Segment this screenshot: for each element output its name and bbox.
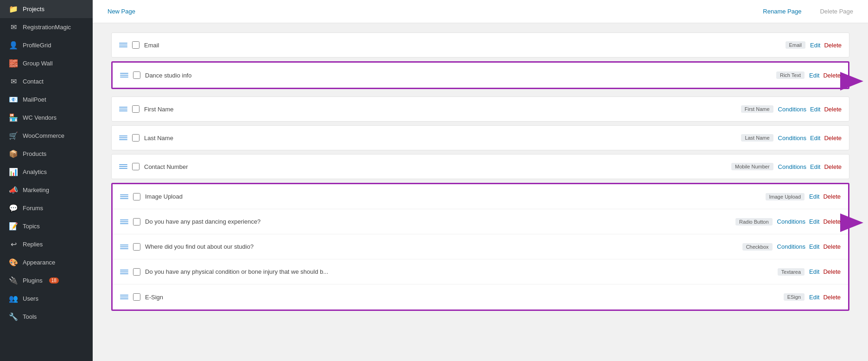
sidebar-item-tools[interactable]: 🔧 Tools (0, 308, 93, 326)
contact-icon: ✉ (9, 77, 18, 86)
conditions-find-studio-button[interactable]: Conditions (777, 243, 805, 250)
checkbox-image-upload[interactable] (133, 193, 140, 200)
conditions-last-name-button[interactable]: Conditions (778, 135, 806, 142)
edit-dance-studio-button[interactable]: Edit (809, 72, 819, 79)
delete-first-name-button[interactable]: Delete (824, 106, 842, 113)
field-row-image-upload: Image Upload Image Upload Edit Delete (113, 184, 848, 209)
delete-image-upload-button[interactable]: Delete (823, 193, 841, 200)
sidebar-item-woocommerce[interactable]: 🛒 WooCommerce (0, 127, 93, 145)
topics-icon: 📝 (9, 222, 18, 231)
field-actions-dance-studio: Edit Delete (809, 72, 841, 79)
sidebar-item-forums[interactable]: 💬 Forums (0, 199, 93, 217)
registrationmagic-icon: ✉ (9, 23, 18, 32)
sidebar-item-replies[interactable]: ↩ Replies (0, 235, 93, 253)
checkbox-e-sign[interactable] (133, 293, 140, 301)
field-tag-last-name: Last Name (741, 134, 773, 142)
field-row-find-studio: Where did you find out about our studio?… (113, 234, 848, 259)
sidebar-item-label: Appearance (23, 259, 55, 266)
sidebar-item-products[interactable]: 📦 Products (0, 145, 93, 163)
sidebar-item-label: Group Wall (23, 60, 53, 67)
sidebar-item-contact[interactable]: ✉ Contact (0, 72, 93, 90)
drag-handle-find-studio[interactable] (120, 245, 128, 249)
sidebar-item-label: Users (23, 295, 38, 302)
drag-handle-physical-condition[interactable] (120, 270, 128, 274)
edit-e-sign-button[interactable]: Edit (809, 294, 819, 301)
checkbox-find-studio[interactable] (133, 243, 140, 251)
checkbox-first-name[interactable] (132, 105, 139, 113)
edit-dancing-experience-button[interactable]: Edit (809, 218, 819, 225)
sidebar-item-marketing[interactable]: 📣 Marketing (0, 181, 93, 199)
sidebar-item-profilegrid[interactable]: 👤 ProfileGrid (0, 36, 93, 54)
field-tag-contact-number: Mobile Number (731, 163, 773, 170)
edit-first-name-button[interactable]: Edit (810, 106, 820, 113)
sidebar-item-group-wall[interactable]: 🧱 Group Wall (0, 54, 93, 72)
drag-handle-email[interactable] (119, 43, 127, 47)
checkbox-physical-condition[interactable] (133, 268, 140, 276)
sidebar-item-plugins[interactable]: 🔌 Plugins 18 (0, 271, 93, 290)
wc-vendors-icon: 🏪 (9, 113, 18, 122)
sidebar-item-label: Replies (23, 241, 43, 248)
delete-email-button[interactable]: Delete (824, 42, 842, 49)
sidebar-item-topics[interactable]: 📝 Topics (0, 217, 93, 235)
profilegrid-icon: 👤 (9, 41, 18, 50)
purple-group-1: Dance studio info Rich Text Edit Delete (111, 61, 849, 89)
checkbox-dancing-experience[interactable] (133, 218, 140, 226)
main-content: New Page Rename Page Delete Page Email E… (93, 0, 868, 361)
sidebar-item-label: Products (23, 150, 46, 157)
checkbox-email[interactable] (132, 41, 139, 49)
field-actions-contact-number: Conditions Edit Delete (778, 163, 842, 170)
edit-contact-number-button[interactable]: Edit (810, 163, 820, 170)
field-row-contact-number: Contact Number Mobile Number Conditions … (111, 154, 849, 179)
drag-handle-e-sign[interactable] (120, 295, 128, 299)
conditions-dancing-experience-button[interactable]: Conditions (777, 218, 805, 225)
conditions-first-name-button[interactable]: Conditions (778, 106, 806, 113)
new-page-button[interactable]: New Page (104, 6, 139, 17)
field-name-email: Email (144, 42, 781, 49)
edit-email-button[interactable]: Edit (810, 42, 820, 49)
sidebar-item-label: ProfileGrid (23, 42, 51, 49)
sidebar-item-projects[interactable]: 📁 Projects (0, 0, 93, 18)
delete-dancing-experience-button[interactable]: Delete (823, 218, 841, 225)
drag-handle-last-name[interactable] (119, 135, 127, 140)
delete-page-button[interactable]: Delete Page (816, 6, 857, 17)
top-toolbar: New Page Rename Page Delete Page (93, 0, 868, 23)
edit-find-studio-button[interactable]: Edit (809, 243, 819, 250)
drag-handle-dancing-experience[interactable] (120, 219, 128, 224)
sidebar-item-analytics[interactable]: 📊 Analytics (0, 163, 93, 181)
replies-icon: ↩ (9, 240, 18, 249)
edit-physical-condition-button[interactable]: Edit (809, 268, 819, 275)
delete-physical-condition-button[interactable]: Delete (823, 268, 841, 275)
sidebar-item-appearance[interactable]: 🎨 Appearance (0, 253, 93, 271)
edit-image-upload-button[interactable]: Edit (809, 193, 819, 200)
sidebar-item-label: Tools (23, 313, 37, 320)
field-name-contact-number: Contact Number (144, 163, 727, 170)
field-name-find-studio: Where did you find out about our studio? (145, 243, 738, 250)
checkbox-contact-number[interactable] (132, 163, 139, 170)
checkbox-dance-studio[interactable] (133, 71, 140, 79)
field-tag-physical-condition: Textarea (778, 268, 805, 276)
sidebar-item-mailpoet[interactable]: 📧 MailPoet (0, 90, 93, 109)
checkbox-last-name[interactable] (132, 134, 139, 142)
sidebar-item-registrationmagic[interactable]: ✉ RegistrationMagic (0, 18, 93, 36)
drag-handle-first-name[interactable] (119, 107, 127, 111)
drag-handle-image-upload[interactable] (120, 194, 128, 199)
rename-page-button[interactable]: Rename Page (759, 6, 805, 17)
delete-contact-number-button[interactable]: Delete (824, 163, 842, 170)
field-tag-dancing-experience: Radio Button (735, 218, 773, 226)
sidebar-item-label: Plugins (23, 277, 43, 284)
delete-dance-studio-button[interactable]: Delete (823, 72, 841, 79)
field-tag-email: Email (786, 41, 806, 49)
delete-last-name-button[interactable]: Delete (824, 135, 842, 142)
field-actions-physical-condition: Edit Delete (809, 268, 841, 275)
drag-handle-dance-studio[interactable] (120, 73, 128, 77)
delete-e-sign-button[interactable]: Delete (823, 294, 841, 301)
delete-find-studio-button[interactable]: Delete (823, 243, 841, 250)
arrow-indicator-2 (840, 213, 863, 234)
sidebar-item-label: MailPoet (23, 96, 46, 103)
edit-last-name-button[interactable]: Edit (810, 135, 820, 142)
field-name-e-sign: E-Sign (145, 294, 779, 301)
drag-handle-contact-number[interactable] (119, 164, 127, 169)
sidebar-item-users[interactable]: 👥 Users (0, 290, 93, 308)
sidebar-item-wc-vendors[interactable]: 🏪 WC Vendors (0, 109, 93, 127)
conditions-contact-number-button[interactable]: Conditions (778, 163, 806, 170)
